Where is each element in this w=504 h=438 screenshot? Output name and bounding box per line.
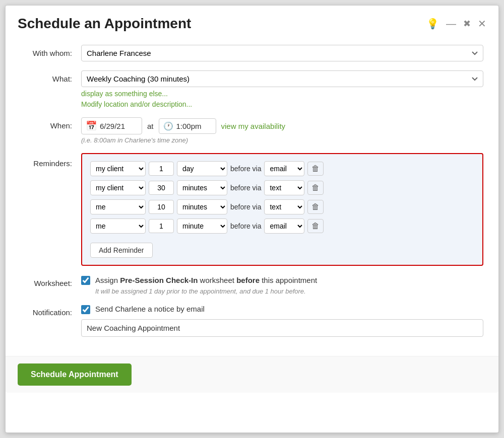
- reminder-1-number[interactable]: [149, 162, 174, 176]
- when-content: 📅 at 🕐 view my availability (i.e. 8:00am…: [81, 117, 483, 144]
- display-as-link[interactable]: display as something else...: [81, 90, 483, 98]
- what-label: What:: [21, 70, 81, 83]
- reminder-3-number[interactable]: [149, 200, 174, 214]
- reminder-2-unit-select[interactable]: minute minutes hour hours day days: [177, 180, 227, 195]
- worksheet-bold1: Pre-Session Check-In: [120, 276, 198, 284]
- before-via-2: before via: [230, 184, 261, 192]
- form-body: With whom: Charlene Francese What: Weekl…: [6, 40, 498, 356]
- worksheet-row: Worksheet: Assign Pre-Session Check-In w…: [21, 275, 483, 295]
- notification-row: Notification: Send Charlene a notice by …: [21, 304, 483, 337]
- reminder-1-delete-button[interactable]: 🗑: [307, 162, 324, 176]
- before-via-1: before via: [230, 165, 261, 173]
- worksheet-bold2: before: [236, 276, 260, 284]
- with-whom-content: Charlene Francese: [81, 45, 483, 61]
- worksheet-checkbox[interactable]: [81, 276, 90, 285]
- notification-content: Send Charlene a notice by email: [81, 304, 483, 337]
- schedule-appointment-dialog: Schedule an Appointment 💡 — ✖︎ ✕ With wh…: [5, 5, 499, 433]
- reminder-1-channel-select[interactable]: email text push: [264, 161, 304, 176]
- notification-label: Notification:: [21, 304, 81, 317]
- add-reminder-button[interactable]: Add Reminder: [90, 243, 153, 258]
- reminder-1-who-select[interactable]: my client me: [90, 161, 146, 176]
- dialog-header: Schedule an Appointment 💡 — ✖︎ ✕: [6, 6, 498, 40]
- reminder-row-3: my client me minute minutes hour hours d…: [90, 199, 474, 214]
- reminder-3-unit-select[interactable]: minute minutes hour hours day days: [177, 199, 227, 214]
- when-row: When: 📅 at 🕐 view my availability (i.e. …: [21, 117, 483, 144]
- with-whom-select[interactable]: Charlene Francese: [81, 45, 483, 61]
- reminder-2-who-select[interactable]: my client me: [90, 180, 146, 195]
- before-via-3: before via: [230, 203, 261, 211]
- minimize-icon[interactable]: —: [446, 18, 456, 30]
- reminder-1-unit-select[interactable]: minute minutes hour hours day days: [177, 161, 227, 176]
- date-input[interactable]: [100, 122, 138, 130]
- clock-icon: 🕐: [163, 121, 173, 131]
- reminder-2-delete-button[interactable]: 🗑: [307, 181, 324, 195]
- worksheet-sub-text: It will be assigned 1 day prior to the a…: [95, 287, 317, 295]
- what-select[interactable]: Weekly Coaching (30 minutes): [81, 70, 483, 87]
- resize-icon[interactable]: ✖︎: [463, 18, 471, 29]
- reminders-box: my client me minute minutes hour hours d…: [81, 153, 483, 266]
- reminder-4-channel-select[interactable]: email text push: [264, 218, 304, 234]
- modify-location-link[interactable]: Modify location and/or description...: [81, 100, 483, 108]
- what-content: Weekly Coaching (30 minutes) display as …: [81, 70, 483, 108]
- worksheet-middle: worksheet: [198, 276, 236, 284]
- reminder-2-number[interactable]: [149, 181, 174, 195]
- reminder-4-who-select[interactable]: my client me: [90, 218, 146, 234]
- with-whom-label: With whom:: [21, 45, 81, 57]
- worksheet-check-row: Assign Pre-Session Check-In worksheet be…: [81, 275, 483, 295]
- when-label: When:: [21, 117, 81, 130]
- bulb-icon[interactable]: 💡: [426, 18, 439, 30]
- reminder-3-who-select[interactable]: my client me: [90, 199, 146, 214]
- dialog-footer: Schedule Appointment: [6, 356, 498, 393]
- availability-link[interactable]: view my availability: [221, 122, 286, 130]
- reminder-2-channel-select[interactable]: email text push: [264, 180, 304, 195]
- notification-send-text: Send Charlene a notice by email: [95, 305, 205, 313]
- reminder-4-number[interactable]: [149, 219, 174, 233]
- reminder-4-delete-button[interactable]: 🗑: [307, 219, 324, 233]
- worksheet-label: Worksheet:: [21, 275, 81, 287]
- worksheet-suffix: this appointment: [260, 276, 317, 284]
- worksheet-main-text: Assign Pre-Session Check-In worksheet be…: [95, 275, 317, 286]
- time-input[interactable]: [176, 122, 212, 130]
- worksheet-content: Assign Pre-Session Check-In worksheet be…: [81, 275, 483, 295]
- reminder-3-delete-button[interactable]: 🗑: [307, 200, 324, 214]
- worksheet-prefix: Assign: [95, 276, 120, 284]
- when-inputs: 📅 at 🕐 view my availability: [81, 117, 483, 134]
- worksheet-text-block: Assign Pre-Session Check-In worksheet be…: [95, 275, 317, 295]
- dialog-title: Schedule an Appointment: [18, 16, 191, 32]
- notification-check-row: Send Charlene a notice by email: [81, 304, 483, 314]
- reminder-row-2: my client me minute minutes hour hours d…: [90, 180, 474, 195]
- schedule-appointment-button[interactable]: Schedule Appointment: [18, 363, 132, 386]
- date-input-wrap: 📅: [81, 117, 142, 134]
- at-text: at: [147, 122, 154, 130]
- reminders-row: Reminders: my client me minute minutes h…: [21, 153, 483, 266]
- notification-checkbox[interactable]: [81, 305, 90, 314]
- reminder-row-4: my client me minute minutes hour hours d…: [90, 218, 474, 234]
- time-input-wrap: 🕐: [159, 118, 216, 134]
- reminder-4-unit-select[interactable]: minute minutes hour hours day days: [177, 218, 227, 234]
- with-whom-row: With whom: Charlene Francese: [21, 45, 483, 61]
- timezone-note: (i.e. 8:00am in Charlene's time zone): [81, 136, 483, 144]
- close-icon[interactable]: ✕: [478, 18, 486, 30]
- reminder-row-1: my client me minute minutes hour hours d…: [90, 161, 474, 176]
- calendar-icon: 📅: [86, 120, 97, 131]
- header-icons: 💡 — ✖︎ ✕: [426, 18, 486, 30]
- notification-subject-input[interactable]: [81, 319, 483, 337]
- before-via-4: before via: [230, 222, 261, 230]
- what-row: What: Weekly Coaching (30 minutes) displ…: [21, 70, 483, 108]
- reminder-3-channel-select[interactable]: email text push: [264, 199, 304, 214]
- reminders-label: Reminders:: [21, 153, 81, 168]
